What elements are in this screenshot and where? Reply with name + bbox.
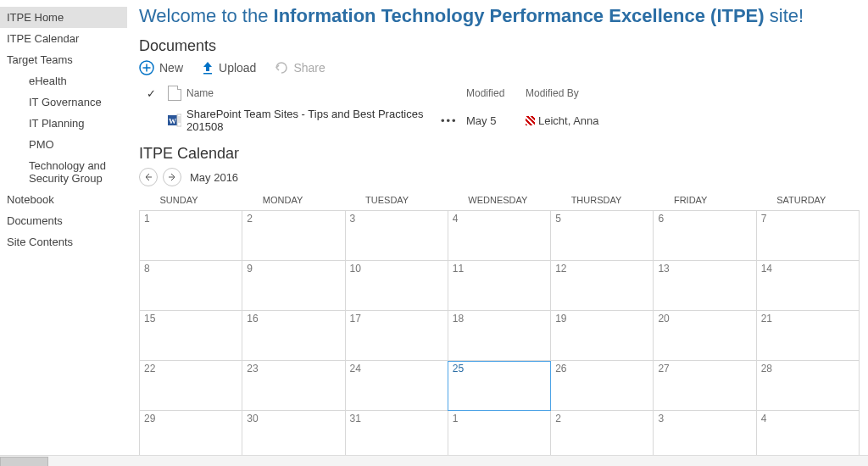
calendar-cell[interactable]: 2 [551, 411, 654, 461]
day-number: 30 [247, 413, 258, 424]
calendar-cell[interactable]: 19 [551, 311, 654, 361]
presence-icon [526, 116, 535, 125]
calendar-cell[interactable]: 24 [345, 361, 448, 411]
upload-label: Upload [219, 61, 256, 75]
calendar-cell[interactable]: 17 [345, 311, 448, 361]
calendar-cell[interactable]: 14 [756, 261, 859, 311]
day-header: SATURDAY [756, 191, 859, 211]
day-number: 31 [350, 413, 361, 424]
calendar-cell[interactable]: 21 [756, 311, 859, 361]
calendar-cell[interactable]: 10 [345, 261, 448, 311]
new-button[interactable]: New [139, 60, 183, 75]
calendar-cell[interactable]: 7 [756, 211, 859, 261]
day-number: 25 [453, 363, 464, 374]
scrollbar-thumb[interactable] [0, 457, 48, 466]
document-modifiedby[interactable]: Leicht, Anna [526, 114, 653, 127]
day-number: 19 [555, 313, 566, 325]
day-number: 24 [350, 363, 361, 374]
day-number: 13 [658, 263, 669, 275]
row-menu-button[interactable]: ••• [441, 114, 458, 127]
calendar-cell[interactable]: 20 [654, 311, 756, 361]
calendar-month-label: May 2016 [190, 171, 238, 184]
name-column-header[interactable]: Name [186, 87, 441, 99]
calendar-cell[interactable]: 6 [654, 211, 756, 261]
arrow-right-icon [169, 174, 175, 180]
day-number: 14 [761, 263, 772, 275]
share-button[interactable]: Share [275, 61, 325, 75]
sidebar-item-site-contents[interactable]: Site Contents [0, 231, 127, 252]
calendar-cell[interactable]: 1 [140, 211, 242, 261]
day-number: 4 [761, 413, 767, 424]
day-number: 5 [555, 213, 561, 225]
share-icon [275, 61, 288, 75]
horizontal-scrollbar[interactable] [0, 455, 868, 466]
word-doc-icon: W [168, 114, 181, 127]
upload-button[interactable]: Upload [202, 61, 256, 75]
calendar-cell[interactable]: 23 [242, 361, 345, 411]
sidebar-item-itpe-calendar[interactable]: ITPE Calendar [0, 28, 127, 49]
day-number: 11 [453, 263, 464, 275]
calendar-cell[interactable]: 26 [551, 361, 654, 411]
type-column-header[interactable] [163, 86, 186, 101]
arrow-left-icon [145, 174, 152, 180]
welcome-prefix: Welcome to the [139, 5, 274, 26]
document-name[interactable]: SharePoint Team Sites - Tips and Best Pr… [186, 108, 441, 133]
day-number: 2 [247, 213, 253, 225]
day-number: 7 [761, 213, 767, 225]
calendar-cell[interactable]: 28 [756, 361, 859, 411]
day-number: 26 [555, 363, 566, 374]
calendar-cell[interactable]: 27 [654, 361, 756, 411]
calendar-cell[interactable]: 3 [345, 211, 448, 261]
calendar-cell[interactable]: 3 [654, 411, 756, 461]
select-all-checkbox[interactable]: ✓ [139, 87, 163, 100]
calendar-cell[interactable]: 2 [242, 211, 345, 261]
calendar-cell[interactable]: 5 [551, 211, 654, 261]
documents-title: Documents [139, 37, 868, 55]
calendar-cell[interactable]: 15 [140, 311, 242, 361]
sidebar-item-pmo[interactable]: PMO [0, 134, 127, 155]
modified-column-header[interactable]: Modified [466, 87, 526, 99]
file-icon [168, 86, 181, 101]
day-number: 27 [658, 363, 669, 374]
calendar-cell[interactable]: 29 [140, 411, 242, 461]
day-number: 15 [144, 313, 155, 325]
calendar-cell[interactable]: 11 [448, 261, 550, 311]
calendar-cell[interactable]: 13 [654, 261, 756, 311]
day-header: FRIDAY [654, 191, 756, 211]
sidebar-item-it-planning[interactable]: IT Planning [0, 113, 127, 134]
day-number: 1 [453, 413, 459, 424]
sidebar-item-ehealth[interactable]: eHealth [0, 70, 127, 92]
calendar-cell[interactable]: 31 [345, 411, 448, 461]
sidebar-item-documents[interactable]: Documents [0, 210, 127, 231]
modifiedby-column-header[interactable]: Modified By [526, 87, 653, 99]
sidebar-item-target-teams[interactable]: Target Teams [0, 49, 127, 70]
calendar-cell[interactable]: 25 [448, 361, 550, 411]
calendar-cell[interactable]: 16 [242, 311, 345, 361]
main-content: Welcome to the Information Technology Pe… [127, 0, 868, 466]
calendar-cell[interactable]: 4 [448, 211, 550, 261]
next-month-button[interactable] [163, 168, 181, 186]
day-number: 18 [453, 313, 464, 325]
document-row[interactable]: W SharePoint Team Sites - Tips and Best … [139, 104, 868, 136]
calendar-cell[interactable]: 9 [242, 261, 345, 311]
day-number: 4 [453, 213, 459, 225]
calendar-nav: May 2016 [139, 168, 868, 186]
prev-month-button[interactable] [139, 168, 158, 186]
day-number: 20 [658, 313, 669, 325]
sidebar-item-itpe-home[interactable]: ITPE Home [0, 7, 127, 28]
plus-circle-icon [139, 60, 154, 75]
welcome-suffix: site! [765, 5, 804, 26]
calendar-cell[interactable]: 8 [140, 261, 242, 311]
calendar-cell[interactable]: 22 [140, 361, 242, 411]
sidebar-item-notebook[interactable]: Notebook [0, 189, 127, 210]
day-number: 8 [144, 263, 150, 275]
day-header: MONDAY [242, 191, 345, 211]
sidebar-item-technology-and-security-group[interactable]: Technology and Security Group [0, 155, 127, 189]
calendar-cell[interactable]: 18 [448, 311, 550, 361]
calendar-cell[interactable]: 30 [242, 411, 345, 461]
sidebar-item-it-governance[interactable]: IT Governance [0, 92, 127, 113]
calendar-cell[interactable]: 12 [551, 261, 654, 311]
day-number: 3 [658, 413, 664, 424]
calendar-cell[interactable]: 1 [448, 411, 550, 461]
calendar-cell[interactable]: 4 [756, 411, 859, 461]
